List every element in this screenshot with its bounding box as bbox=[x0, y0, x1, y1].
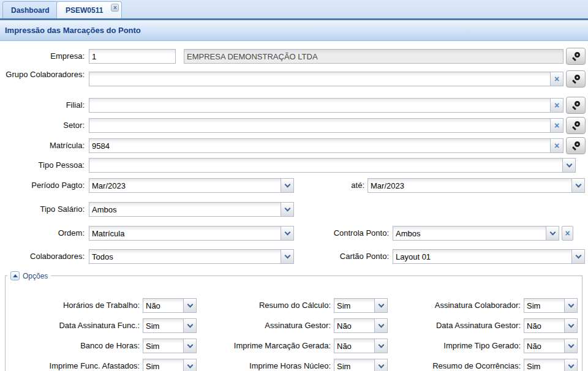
chevron-down-icon bbox=[568, 342, 574, 348]
ate-combo[interactable] bbox=[368, 178, 585, 193]
option-combo-imprime-tipo-gerado[interactable] bbox=[524, 339, 578, 353]
clear-icon: × bbox=[554, 121, 559, 130]
option-combo-assinatura-colaborador[interactable] bbox=[524, 298, 578, 313]
option-label: Imprime Horas Núcleo: bbox=[153, 359, 331, 371]
controla-ponto-trigger[interactable] bbox=[546, 227, 559, 240]
chevron-down-icon bbox=[549, 230, 556, 236]
setor-clear-trigger[interactable]: × bbox=[550, 119, 563, 132]
option-label: Data Assinatura Gestor: bbox=[342, 318, 521, 333]
controla-ponto-combo[interactable] bbox=[393, 226, 559, 241]
setor-input[interactable]: × bbox=[89, 118, 564, 133]
chevron-down-icon bbox=[568, 322, 574, 328]
option-label: Imprime Tipo Gerado: bbox=[342, 339, 521, 353]
magnifier-icon bbox=[573, 75, 580, 81]
clear-icon: × bbox=[554, 141, 559, 150]
tipo-pessoa-combo[interactable] bbox=[89, 158, 576, 173]
clear-icon: × bbox=[554, 75, 559, 83]
tab-psew0511-label: PSEW0511 bbox=[66, 6, 103, 15]
tab-close-icon[interactable]: × bbox=[111, 4, 119, 12]
option-combo-data-assinatura-gestor[interactable] bbox=[524, 318, 578, 333]
tipo-salario-combo[interactable] bbox=[89, 202, 294, 217]
grupo-clear-trigger[interactable]: × bbox=[550, 72, 563, 86]
opcoes-legend: Opções bbox=[7, 271, 51, 280]
option-trigger[interactable] bbox=[564, 299, 577, 312]
clear-icon: × bbox=[565, 229, 570, 238]
tab-dashboard[interactable]: Dashboard bbox=[2, 1, 58, 18]
setor-label: Setor: bbox=[0, 118, 85, 133]
tipo-salario-label: Tipo Salário: bbox=[0, 202, 85, 217]
colaboradores-combo[interactable] bbox=[89, 249, 294, 264]
option-value[interactable] bbox=[524, 359, 564, 371]
chevron-down-icon bbox=[568, 362, 574, 369]
tab-psew0511[interactable]: PSEW0511 × bbox=[56, 1, 122, 18]
chevron-down-icon bbox=[575, 253, 581, 259]
tab-dashboard-label: Dashboard bbox=[11, 6, 50, 15]
colaboradores-trigger[interactable] bbox=[281, 250, 293, 263]
chevron-down-icon bbox=[575, 182, 581, 188]
option-trigger[interactable] bbox=[564, 319, 577, 332]
ordem-combo[interactable] bbox=[89, 226, 294, 241]
ordem-value[interactable] bbox=[89, 227, 281, 240]
matricula-search-button[interactable] bbox=[566, 137, 586, 154]
collapse-arrow-icon bbox=[13, 274, 18, 277]
grupo-colaboradores-label: Grupo Colaboradores: bbox=[0, 70, 85, 79]
cartao-ponto-value[interactable] bbox=[393, 250, 571, 263]
colaboradores-value[interactable] bbox=[89, 250, 281, 263]
controla-ponto-value[interactable] bbox=[393, 227, 546, 240]
option-trigger[interactable] bbox=[564, 339, 577, 353]
option-value[interactable] bbox=[524, 319, 564, 332]
ate-label: até: bbox=[276, 178, 364, 193]
filial-value[interactable] bbox=[89, 99, 550, 112]
tipo-salario-trigger[interactable] bbox=[281, 203, 293, 216]
option-combo-resumo-ocorrencias[interactable] bbox=[524, 359, 578, 371]
setor-search-button[interactable] bbox=[566, 117, 586, 134]
opcoes-collapse-button[interactable] bbox=[10, 271, 20, 280]
ate-value[interactable] bbox=[368, 179, 571, 192]
magnifier-icon bbox=[573, 101, 580, 108]
periodo-pagto-value[interactable] bbox=[89, 179, 281, 192]
periodo-pagto-combo[interactable] bbox=[89, 178, 294, 193]
opcoes-legend-label: Opções bbox=[23, 272, 48, 280]
cartao-ponto-combo[interactable] bbox=[393, 249, 585, 264]
setor-value[interactable] bbox=[89, 119, 550, 132]
empresa-search-button[interactable] bbox=[566, 48, 586, 65]
grupo-colaboradores-value[interactable] bbox=[89, 72, 550, 86]
magnifier-icon bbox=[573, 141, 580, 148]
clear-icon: × bbox=[554, 101, 559, 110]
chevron-down-icon bbox=[284, 206, 290, 212]
tipo-salario-value[interactable] bbox=[89, 203, 281, 216]
option-trigger[interactable] bbox=[564, 359, 577, 371]
matricula-value[interactable] bbox=[89, 139, 550, 152]
option-label: Imprime Marcação Gerada: bbox=[153, 339, 331, 353]
tipo-pessoa-trigger[interactable] bbox=[562, 159, 575, 172]
filial-search-button[interactable] bbox=[566, 97, 586, 114]
matricula-input[interactable]: × bbox=[89, 138, 564, 153]
colaboradores-label: Colaboradores: bbox=[0, 249, 85, 264]
option-value[interactable] bbox=[524, 299, 564, 312]
grupo-colaboradores-input[interactable]: × bbox=[89, 72, 564, 86]
empresa-code-input[interactable] bbox=[89, 49, 176, 64]
empresa-label: Empresa: bbox=[0, 49, 85, 64]
filial-clear-trigger[interactable]: × bbox=[550, 99, 563, 112]
tipo-pessoa-value[interactable] bbox=[89, 159, 562, 172]
ordem-label: Ordem: bbox=[0, 226, 85, 241]
matricula-clear-trigger[interactable]: × bbox=[550, 139, 563, 152]
option-label: Data Assinatura Func.: bbox=[6, 318, 140, 333]
chevron-down-icon bbox=[284, 253, 290, 259]
periodo-pagto-label: Período Pagto: bbox=[0, 178, 85, 193]
option-value[interactable] bbox=[524, 339, 564, 353]
option-label: Horários de Trabalho: bbox=[6, 298, 140, 313]
cartao-ponto-trigger[interactable] bbox=[571, 250, 584, 263]
filial-input[interactable]: × bbox=[89, 98, 564, 113]
ate-trigger[interactable] bbox=[571, 179, 584, 192]
grupo-search-button[interactable] bbox=[566, 70, 586, 88]
magnifier-icon bbox=[573, 52, 580, 59]
chevron-down-icon bbox=[568, 302, 574, 308]
tipo-pessoa-label: Tipo Pessoa: bbox=[0, 158, 85, 173]
chevron-down-icon bbox=[284, 230, 290, 236]
ordem-trigger[interactable] bbox=[281, 227, 293, 240]
page-title-bar: Impressão das Marcações do Ponto bbox=[0, 20, 588, 41]
controla-ponto-label: Controla Ponto: bbox=[294, 226, 389, 241]
controla-ponto-clear-button[interactable]: × bbox=[562, 226, 573, 241]
chevron-down-icon bbox=[566, 162, 572, 168]
